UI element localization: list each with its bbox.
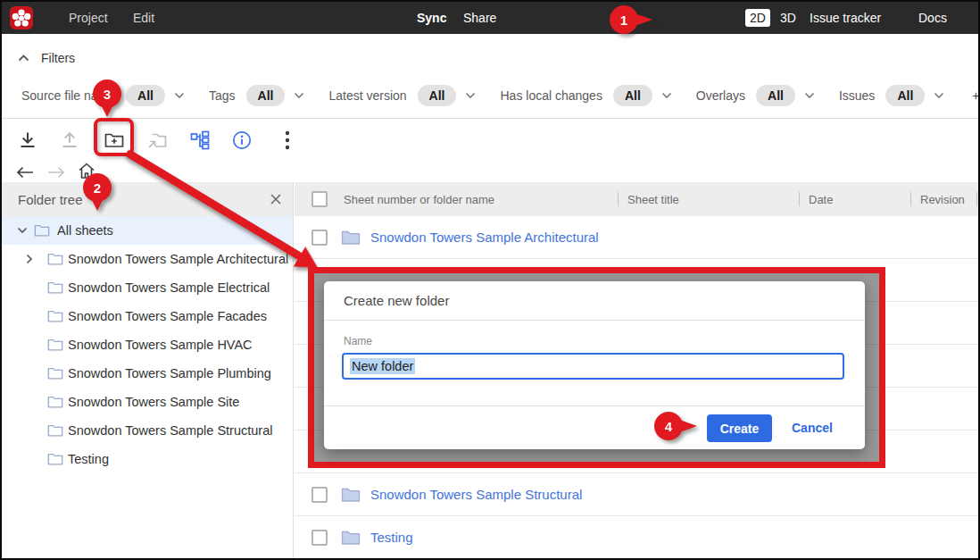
chevron-down-icon[interactable] — [174, 92, 185, 99]
folder-icon — [47, 280, 63, 295]
filter-value-dropdown[interactable]: All — [885, 85, 925, 106]
folder-tree-header: Folder tree — [2, 182, 293, 216]
folder-row-link[interactable]: Testing — [370, 530, 413, 545]
app-window: Project Edit Sync Share 2D 3D Issue trac… — [0, 0, 980, 560]
name-field-label: Name — [344, 335, 372, 347]
select-all-checkbox[interactable] — [311, 191, 328, 207]
top-menu-bar: Project Edit Sync Share 2D 3D Issue trac… — [2, 2, 978, 34]
folder-tree-panel: Folder tree All sheets Snowdon Towers Sa… — [2, 182, 294, 560]
tab-docs[interactable]: Docs — [918, 2, 947, 34]
menu-edit[interactable]: Edit — [133, 2, 154, 34]
folder-icon — [341, 230, 361, 246]
folder-icon — [47, 366, 63, 380]
filter-label: Has local changes — [500, 88, 602, 103]
folder-icon — [34, 223, 50, 238]
close-icon[interactable] — [268, 191, 284, 207]
filter-label: Overlays — [696, 88, 745, 103]
tree-item[interactable]: Snowdon Towers Sample Facades — [2, 302, 293, 330]
back-icon[interactable] — [15, 163, 35, 182]
tree-item-label: Snowdon Towers Sample Structural — [68, 423, 272, 438]
folder-row-link[interactable]: Snowdon Towers Sample Architectural — [370, 230, 599, 245]
tab-2d[interactable]: 2D — [745, 9, 770, 27]
tree-item[interactable]: Snowdon Towers Sample Electrical — [2, 273, 293, 302]
tree-item-label: Snowdon Towers Sample Plumbing — [68, 366, 271, 380]
add-filter-button[interactable]: + Add filter — [972, 88, 980, 103]
chevron-down-icon[interactable] — [294, 92, 304, 99]
tree-item-label: All sheets — [57, 223, 113, 238]
folder-icon — [341, 530, 361, 546]
cancel-button[interactable]: Cancel — [792, 414, 833, 442]
tree-item[interactable]: Testing — [2, 445, 293, 473]
chevron-down-icon[interactable] — [804, 92, 815, 99]
filter-value-dropdown[interactable]: All — [756, 85, 795, 106]
filters-collapse-toggle[interactable]: Filters — [18, 51, 75, 65]
info-icon[interactable] — [230, 129, 253, 152]
annotation-box-dialog: Create new folder Name New folder Create… — [308, 267, 885, 468]
logo-glyph — [10, 6, 33, 29]
filter-value-dropdown[interactable]: All — [246, 85, 286, 106]
create-button[interactable]: Create — [707, 414, 772, 442]
folder-icon — [47, 309, 63, 323]
tree-item[interactable]: Snowdon Towers Sample Site — [2, 388, 293, 416]
folder-tree-title: Folder tree — [18, 192, 83, 207]
annotation-step-2: 2 — [83, 173, 112, 202]
chevron-right-icon[interactable] — [26, 254, 37, 264]
download-icon[interactable] — [16, 129, 39, 152]
more-options-icon[interactable] — [276, 129, 299, 152]
input-selected-text: New folder — [350, 358, 415, 374]
app-logo-icon[interactable] — [10, 6, 33, 29]
filters-panel: Filters Source file name All Tags All La… — [2, 34, 978, 119]
tree-item-label: Testing — [68, 452, 109, 466]
tree-item-label: Snowdon Towers Sample Electrical — [68, 280, 270, 295]
annotation-step-3: 3 — [93, 79, 121, 108]
chevron-down-icon[interactable] — [465, 92, 476, 99]
tab-issue-tracker[interactable]: Issue tracker — [810, 2, 881, 34]
column-header: Sheet title — [627, 193, 679, 206]
tree-item[interactable]: Snowdon Towers Sample Architectural — [2, 245, 293, 273]
filter-label: Tags — [209, 88, 236, 103]
folder-name-input[interactable]: New folder — [342, 353, 844, 380]
filter-label: Latest version — [328, 88, 406, 103]
create-folder-dialog: Create new folder Name New folder Create… — [324, 281, 865, 449]
table-header: Sheet number or folder name Sheet title … — [295, 182, 980, 216]
folder-icon — [47, 423, 63, 438]
filter-value-dropdown[interactable]: All — [126, 85, 165, 106]
tree-item-label: Snowdon Towers Sample HVAC — [68, 338, 253, 352]
annotation-step-4: 4 — [654, 412, 683, 440]
sync-button[interactable]: Sync — [417, 2, 446, 34]
dialog-footer: Create Cancel — [324, 405, 865, 449]
table-row[interactable]: Snowdon Towers Sample Structural — [295, 473, 980, 516]
share-button[interactable]: Share — [463, 2, 496, 34]
filter-chips-row: Source file name All Tags All Latest ver… — [21, 85, 980, 106]
table-row[interactable]: Testing — [295, 516, 980, 559]
folder-row-link[interactable]: Snowdon Towers Sample Structural — [370, 487, 582, 502]
filter-value-dropdown[interactable]: All — [418, 85, 457, 106]
upload-icon[interactable] — [58, 129, 81, 152]
move-to-folder-icon[interactable] — [145, 129, 169, 152]
folder-icon — [47, 338, 63, 352]
row-checkbox[interactable] — [311, 487, 328, 503]
table-row[interactable]: Snowdon Towers Sample Architectural — [295, 216, 980, 259]
tree-item[interactable]: Snowdon Towers Sample HVAC — [2, 330, 293, 359]
chevron-down-icon[interactable] — [934, 92, 944, 99]
folder-icon — [341, 487, 361, 503]
tree-item[interactable]: Snowdon Towers Sample Plumbing — [2, 359, 293, 388]
column-header: Date — [809, 193, 833, 206]
forward-icon[interactable] — [46, 163, 66, 182]
tree-item-label: Snowdon Towers Sample Site — [68, 395, 239, 409]
filters-label: Filters — [41, 51, 75, 65]
tree-item-label: Snowdon Towers Sample Architectural — [68, 252, 288, 266]
tree-item[interactable]: Snowdon Towers Sample Structural — [2, 416, 293, 445]
chevron-down-icon[interactable] — [661, 92, 672, 99]
hierarchy-icon[interactable] — [188, 129, 212, 152]
row-checkbox[interactable] — [311, 230, 328, 246]
tab-3d[interactable]: 3D — [780, 2, 796, 34]
chevron-down-icon[interactable] — [17, 227, 29, 234]
filter-value-dropdown[interactable]: All — [613, 85, 652, 106]
filter-label: Issues — [839, 88, 875, 103]
menu-project[interactable]: Project — [69, 2, 108, 34]
row-checkbox[interactable] — [311, 530, 328, 546]
column-header: Revision — [920, 193, 965, 206]
chevron-up-icon — [18, 54, 29, 62]
folder-icon — [47, 252, 63, 266]
